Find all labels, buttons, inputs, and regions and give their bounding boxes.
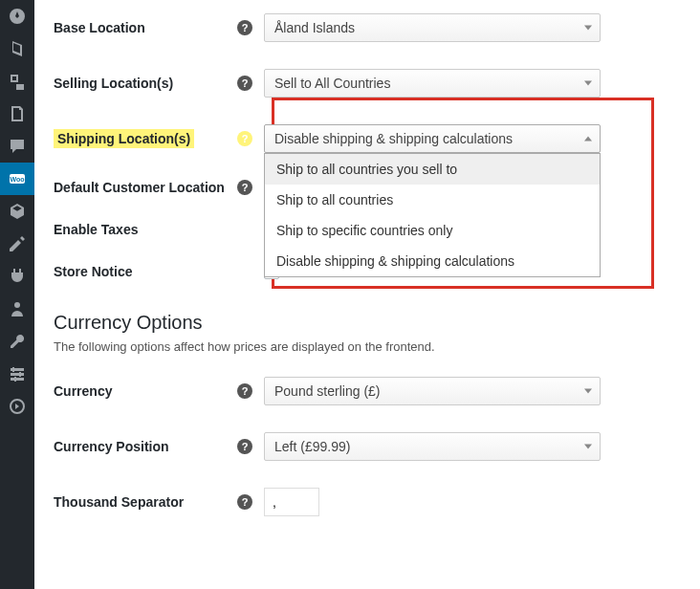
sidebar-pages[interactable] <box>0 98 34 130</box>
sidebar-settings[interactable] <box>0 358 34 390</box>
svg-rect-5 <box>11 378 24 381</box>
sidebar-dashboard[interactable] <box>0 0 34 33</box>
row-base-location: Base Location ? Åland Islands <box>54 0 681 55</box>
row-currency: Currency ? Pound sterling (£) <box>54 363 681 419</box>
svg-rect-7 <box>19 372 21 377</box>
sidebar-appearance[interactable] <box>0 228 34 260</box>
sidebar-plugins[interactable] <box>0 260 34 293</box>
sidebar-posts[interactable] <box>0 33 34 65</box>
svg-text:Woo: Woo <box>10 176 24 183</box>
select-base-location[interactable]: Åland Islands <box>264 13 601 42</box>
sidebar-tools[interactable] <box>0 325 34 358</box>
help-icon[interactable]: ? <box>237 180 252 195</box>
dropdown-option[interactable]: Ship to specific countries only <box>265 215 600 246</box>
label-selling-location: Selling Location(s) ? <box>54 76 264 91</box>
admin-sidebar: Woo <box>0 0 34 589</box>
label-currency-position: Currency Position ? <box>54 439 264 454</box>
dropdown-option[interactable]: Disable shipping & shipping calculations <box>265 246 600 276</box>
svg-rect-6 <box>12 367 14 372</box>
chevron-down-icon <box>584 445 592 449</box>
sidebar-comments[interactable] <box>0 130 34 163</box>
chevron-down-icon <box>584 26 592 31</box>
select-shipping-location[interactable]: Disable shipping & shipping calculations <box>264 124 601 153</box>
sidebar-products[interactable] <box>0 195 34 228</box>
row-shipping-location: Shipping Location(s) ? Disable shipping … <box>54 111 681 166</box>
select-currency-position[interactable]: Left (£99.99) <box>264 432 601 461</box>
chevron-up-icon <box>584 137 592 142</box>
sidebar-woocommerce[interactable]: Woo <box>0 163 34 195</box>
desc-currency-options: The following options affect how prices … <box>54 339 681 354</box>
sidebar-media[interactable] <box>0 65 34 98</box>
help-icon[interactable]: ? <box>237 20 252 35</box>
select-selling-location[interactable]: Sell to All Countries <box>264 69 601 98</box>
row-selling-location: Selling Location(s) ? Sell to All Countr… <box>54 55 681 111</box>
input-thousand-separator[interactable] <box>264 488 319 516</box>
sidebar-users[interactable] <box>0 293 34 325</box>
dropdown-shipping-location: Ship to all countries you sell to Ship t… <box>264 153 601 277</box>
row-thousand-separator: Thousand Separator ? <box>54 474 681 530</box>
chevron-down-icon <box>584 389 592 394</box>
help-icon[interactable]: ? <box>237 439 252 454</box>
label-store-notice: Store Notice <box>54 264 264 279</box>
svg-rect-8 <box>14 377 16 382</box>
label-thousand-separator: Thousand Separator ? <box>54 494 264 510</box>
label-shipping-location: Shipping Location(s) ? <box>54 129 264 148</box>
svg-rect-4 <box>11 373 24 376</box>
dropdown-option[interactable]: Ship to all countries <box>265 185 600 215</box>
label-currency: Currency ? <box>54 383 264 399</box>
label-enable-taxes: Enable Taxes <box>54 222 264 237</box>
settings-content: Base Location ? Åland Islands Selling Lo… <box>34 0 700 589</box>
heading-currency-options: Currency Options <box>54 312 681 334</box>
help-icon[interactable]: ? <box>237 131 252 146</box>
help-icon[interactable]: ? <box>237 383 252 399</box>
label-base-location: Base Location ? <box>54 20 264 35</box>
svg-point-2 <box>14 302 20 308</box>
help-icon[interactable]: ? <box>237 76 252 91</box>
chevron-down-icon <box>584 81 592 86</box>
sidebar-collapse[interactable] <box>0 390 34 423</box>
row-currency-position: Currency Position ? Left (£99.99) <box>54 419 681 474</box>
label-default-customer-location: Default Customer Location ? <box>54 180 264 195</box>
help-icon[interactable]: ? <box>237 494 252 510</box>
dropdown-option[interactable]: Ship to all countries you sell to <box>265 154 600 185</box>
select-currency[interactable]: Pound sterling (£) <box>264 377 601 405</box>
